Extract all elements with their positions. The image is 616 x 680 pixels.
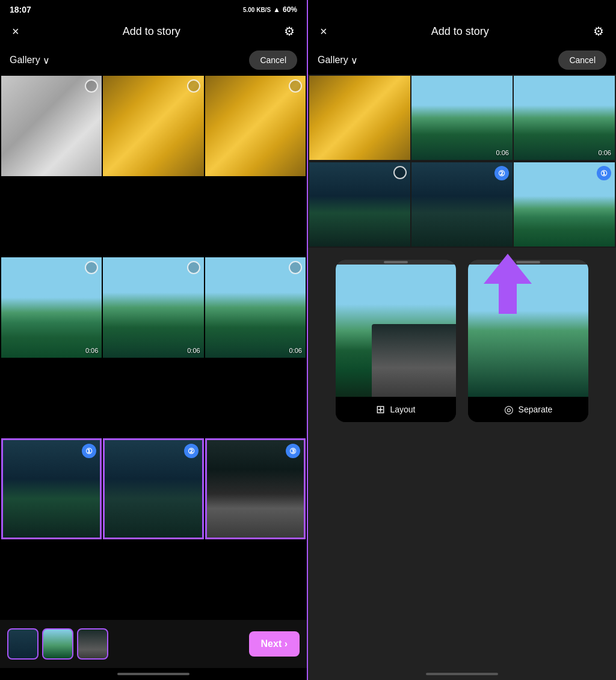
choices-area: ⊞ Layout ◎ Separate (308, 248, 616, 668)
photo-cell-blurred-3[interactable] (205, 76, 306, 176)
thumb-3[interactable] (77, 628, 108, 660)
selection-badge-1: ① (82, 444, 96, 458)
page-title-left: Add to story (123, 25, 180, 38)
selection-circle-1 (85, 79, 98, 93)
nav-bar-left (117, 673, 189, 675)
selection-circle-6 (289, 261, 302, 274)
right-cell-bottom-3[interactable]: ① (514, 162, 615, 247)
next-button[interactable]: Next › (249, 631, 300, 657)
separate-label: Separate (519, 405, 553, 414)
purple-arrow-icon (484, 254, 532, 314)
right-duration-1: 0:06 (496, 149, 509, 156)
nav-indicator-left (0, 668, 307, 680)
layout-icon: ⊞ (376, 403, 385, 416)
right-circle-1 (393, 166, 407, 179)
photo-cell-road[interactable]: ③ (205, 438, 306, 539)
right-grid-bottom: ② ① (308, 161, 616, 248)
selection-circle-5 (187, 261, 200, 274)
separate-label-bar: ◎ Separate (468, 397, 588, 422)
signal-text: 5.00 KB/S (243, 7, 271, 13)
right-panel: 18:07 60% × Add to story ⚙ Gallery ∨ Can… (308, 0, 616, 680)
svg-marker-0 (484, 254, 532, 314)
close-button-right[interactable]: × (318, 22, 330, 41)
gallery-dropdown-right[interactable]: Gallery ∨ (318, 55, 358, 66)
status-bar-right: 18:07 60% (308, 0, 616, 17)
thumb-2[interactable] (42, 628, 73, 660)
photo-cell-boat-2[interactable]: 0:06 (103, 257, 203, 358)
photo-cell-boat-3[interactable]: 0:06 (205, 257, 306, 358)
duration-badge-1: 0:06 (85, 347, 98, 354)
time-left: 18:07 (10, 5, 31, 14)
photo-cell-boat-1[interactable]: 0:06 (1, 257, 102, 358)
left-panel: 18:07 5.00 KB/S ▲ 60% × Add to story ⚙ G… (0, 0, 308, 680)
selection-circle-3 (289, 79, 302, 93)
right-cell-bottom-1[interactable] (309, 162, 410, 247)
settings-button-right[interactable]: ⚙ (591, 22, 606, 41)
gallery-row-left: Gallery ∨ Cancel (0, 48, 307, 75)
right-cell-top-1[interactable] (309, 76, 410, 160)
gallery-row-right: Gallery ∨ Cancel (308, 48, 616, 75)
status-icons-left: 5.00 KB/S ▲ 60% (243, 5, 297, 14)
photo-grid-left: 0:06 0:06 0:06 ① ② ③ (0, 75, 307, 620)
cancel-button-right[interactable]: Cancel (558, 51, 606, 70)
layout-card-header (336, 260, 456, 265)
right-badge-2: ② (494, 166, 509, 180)
nav-indicator-right (308, 668, 616, 680)
duration-badge-2: 0:06 (187, 347, 200, 354)
bottom-bar-left: Next › (0, 620, 307, 668)
right-cell-top-2[interactable]: 0:06 (411, 76, 513, 160)
page-title-right: Add to story (431, 25, 489, 38)
right-cell-top-3[interactable]: 0:06 (514, 76, 615, 160)
chevron-down-icon-left: ∨ (43, 55, 50, 66)
thumb-1[interactable] (7, 628, 38, 660)
selection-badge-3: ③ (286, 444, 300, 458)
selection-circle-2 (187, 79, 200, 93)
header-right: × Add to story ⚙ (308, 17, 616, 48)
layout-bg (336, 265, 456, 397)
header-left: × Add to story ⚙ (0, 17, 307, 48)
photo-cell-blurred-2[interactable] (103, 76, 203, 176)
battery-text: 60% (283, 5, 297, 14)
layout-handle (384, 261, 408, 263)
close-button-left[interactable]: × (10, 22, 22, 41)
nav-bar-right (426, 673, 498, 675)
selection-circle-4 (85, 261, 98, 274)
right-badge-1: ① (597, 166, 611, 180)
photo-cell-blurred-1[interactable] (1, 76, 102, 176)
status-bar-left: 18:07 5.00 KB/S ▲ 60% (0, 0, 307, 17)
photo-cell-dark-1[interactable]: ① (1, 438, 102, 539)
selection-badge-2: ② (184, 444, 199, 458)
wifi-icon: ▲ (273, 5, 280, 14)
layout-label: Layout (390, 405, 415, 414)
right-grid-top: 0:06 0:06 (308, 75, 616, 161)
gallery-dropdown-left[interactable]: Gallery ∨ (10, 55, 50, 66)
layout-card[interactable]: ⊞ Layout (336, 260, 456, 422)
separate-icon: ◎ (504, 403, 514, 416)
thumb-strip (7, 628, 108, 660)
layout-preview (336, 265, 456, 397)
right-cell-bottom-2[interactable]: ② (411, 162, 513, 247)
chevron-down-icon-right: ∨ (351, 55, 358, 66)
settings-button-left[interactable]: ⚙ (282, 22, 297, 41)
right-duration-2: 0:06 (599, 149, 611, 156)
layout-overlay (372, 324, 456, 397)
cancel-button-left[interactable]: Cancel (249, 51, 297, 70)
photo-cell-dark-2[interactable]: ② (103, 438, 203, 539)
layout-label-bar: ⊞ Layout (336, 397, 456, 422)
duration-badge-3: 0:06 (289, 347, 302, 354)
